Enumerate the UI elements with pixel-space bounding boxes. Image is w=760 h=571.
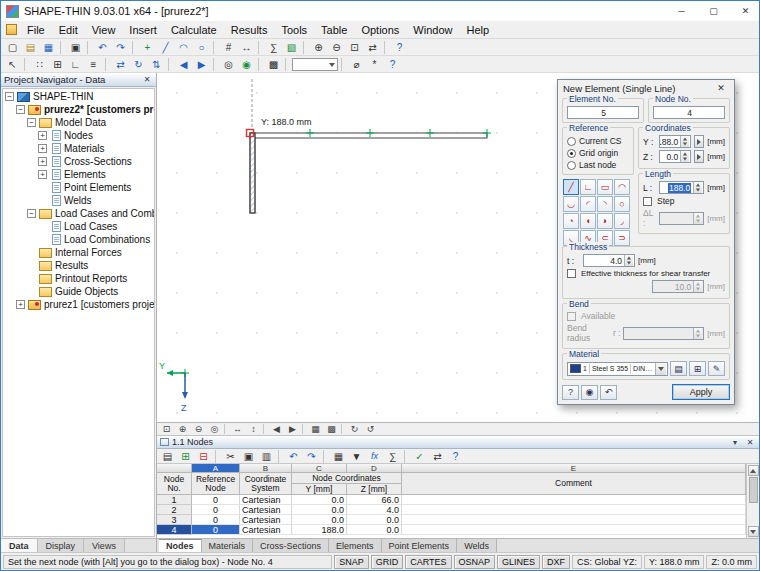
element-type-polyline-icon[interactable]: ∟ (580, 179, 596, 195)
new-circle-icon[interactable]: ○ (193, 40, 210, 55)
table-row[interactable]: 3 0 Cartesian 0.0 0.0 (157, 515, 746, 525)
zoom-window-icon[interactable]: ⊡ (159, 423, 174, 435)
open-icon[interactable]: ▤ (22, 40, 39, 55)
view-combo[interactable] (292, 58, 338, 71)
navigator-tab[interactable]: Display (38, 539, 85, 552)
reset-view-icon[interactable]: ↺ (363, 423, 378, 435)
ortho-icon[interactable]: ∟ (67, 57, 84, 72)
table-tab[interactable]: Point Elements (382, 539, 458, 552)
tree-expander-icon[interactable]: − (16, 105, 25, 114)
tree-item[interactable]: Point Elements (3, 181, 154, 194)
export-icon[interactable]: ⇄ (429, 449, 446, 464)
select-arrow-icon[interactable]: ↖ (4, 57, 21, 72)
header-comment[interactable]: Comment (402, 473, 746, 495)
y-coordinate-input[interactable]: 188.0 (659, 135, 691, 148)
bend-available-checkbox[interactable] (567, 312, 576, 321)
separator[interactable] (132, 41, 136, 54)
menu-item[interactable]: Edit (52, 21, 85, 38)
insert-row-icon[interactable]: ⊞ (177, 449, 194, 464)
scroll-up-icon[interactable] (748, 465, 759, 476)
comment-cell[interactable] (402, 505, 746, 515)
table-tab[interactable]: Welds (457, 539, 497, 552)
rotate-view-icon[interactable]: ↻ (347, 423, 362, 435)
menu-item[interactable]: Tools (274, 21, 314, 38)
row-number-cell[interactable]: 1 (157, 495, 192, 505)
zoom-in-icon[interactable]: ⊕ (175, 423, 190, 435)
z-coordinate-cell[interactable]: 0.0 (347, 525, 402, 535)
new-node-icon[interactable]: + (139, 40, 156, 55)
element-type-line-icon[interactable]: ╱ (563, 179, 579, 195)
separator[interactable] (404, 450, 408, 463)
element-type-curve-icon[interactable]: ⊃ (614, 230, 630, 246)
visibility-icon[interactable]: ◉ (238, 57, 255, 72)
sum-icon[interactable]: ∑ (384, 449, 401, 464)
table-scrollbar[interactable] (746, 464, 759, 538)
length-spinner[interactable] (693, 182, 702, 193)
separator[interactable] (323, 450, 327, 463)
y-coordinate-cell[interactable]: 0.0 (292, 505, 347, 515)
material-dropdown-icon[interactable] (655, 363, 666, 375)
tree-item[interactable]: + Cross-Sections (3, 155, 154, 168)
zoom-all-icon[interactable]: ◎ (220, 57, 237, 72)
element-type-arc-3points-icon[interactable]: ◠ (614, 179, 630, 195)
row-number-cell[interactable]: 4 (157, 525, 192, 535)
table-tab[interactable]: Nodes (159, 539, 202, 552)
profile-top-flange[interactable] (250, 133, 487, 138)
coordinate-system-cell[interactable]: Cartesian (240, 505, 292, 515)
redo-icon[interactable]: ↷ (112, 40, 129, 55)
separator[interactable] (215, 450, 219, 463)
status-toggle-button[interactable]: SNAP (334, 555, 369, 569)
menu-item[interactable]: Calculate (164, 21, 224, 38)
scroll-thumb[interactable] (749, 477, 758, 503)
coordinate-system-cell[interactable]: Cartesian (240, 515, 292, 525)
column-letter-cell[interactable]: D (347, 464, 402, 473)
new-file-icon[interactable]: ▢ (4, 40, 21, 55)
tree-expander-icon[interactable]: − (5, 92, 14, 101)
comment-cell[interactable] (402, 525, 746, 535)
effective-thickness-checkbox[interactable] (567, 269, 576, 278)
table-row[interactable]: 1 0 Cartesian 0.0 66.0 (157, 495, 746, 505)
z-coordinate-cell[interactable]: 0.0 (347, 515, 402, 525)
tree-item[interactable]: Guide Objects (3, 285, 154, 298)
menu-item[interactable]: Results (224, 21, 275, 38)
reference-node-cell[interactable]: 0 (192, 515, 240, 525)
radio-icon[interactable] (567, 161, 576, 170)
zoom-out-icon[interactable]: ⊖ (191, 423, 206, 435)
y-coordinate-cell[interactable]: 0.0 (292, 495, 347, 505)
reference-node-cell[interactable]: 0 (192, 495, 240, 505)
tree-expander-icon[interactable]: + (38, 131, 47, 140)
drawing-area[interactable]: Y: 188.0 mm Y Z New Element (157, 73, 759, 423)
element-type-arc-node-icon[interactable]: ◜ (580, 196, 596, 212)
separator[interactable] (278, 450, 282, 463)
menu-item[interactable]: Insert (122, 21, 164, 38)
table-tab[interactable]: Elements (329, 539, 382, 552)
snap-icon[interactable]: ⊞ (49, 57, 66, 72)
menu-item[interactable]: Table (314, 21, 354, 38)
separator[interactable] (263, 424, 267, 434)
tree-item[interactable]: Welds (3, 194, 154, 207)
coordinate-system-cell[interactable]: Cartesian (240, 525, 292, 535)
maximize-icon[interactable]: ▢ (700, 2, 727, 21)
material-combo[interactable]: 1 Steel S 355 DIN EN 1993-1-1: (567, 362, 668, 376)
dimension-icon[interactable]: ↔ (238, 40, 255, 55)
table-tab[interactable]: Materials (202, 539, 254, 552)
column-letter-cell[interactable] (157, 464, 192, 473)
tree-item[interactable]: + Elements (3, 168, 154, 181)
copy-icon[interactable]: ▣ (240, 449, 257, 464)
row-number-cell[interactable]: 2 (157, 505, 192, 515)
menu-item[interactable]: Window (406, 21, 459, 38)
new-arc-icon[interactable]: ◠ (175, 40, 192, 55)
numbering-icon[interactable]: # (220, 40, 237, 55)
element-type-circle-center-icon[interactable]: ◔ (563, 213, 579, 229)
paste-icon[interactable]: ▥ (258, 449, 275, 464)
separator[interactable] (24, 58, 28, 71)
titlebar[interactable]: SHAPE-THIN 9.03.01 x64 - [prurez2*] ─ ▢ … (1, 1, 759, 21)
tree-item[interactable]: + Materials (3, 142, 154, 155)
z-pick-button[interactable] (694, 150, 704, 163)
tree-item[interactable]: Results (3, 259, 154, 272)
column-letter-cell[interactable]: A (192, 464, 240, 473)
table-collapse-icon[interactable]: ▾ (729, 438, 741, 447)
z-coordinate-input[interactable]: 0.0 (659, 150, 691, 163)
navigator-close-icon[interactable]: ✕ (141, 75, 153, 84)
reference-grid-origin-radio[interactable]: Grid origin (567, 147, 629, 159)
